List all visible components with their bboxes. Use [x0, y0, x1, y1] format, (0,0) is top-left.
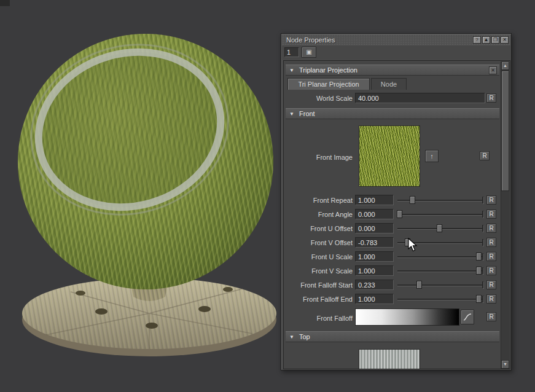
param-input[interactable] [355, 209, 394, 219]
node-title: Triplanar Projection [299, 66, 357, 74]
param-label: Front U Scale [286, 251, 353, 262]
slider-handle[interactable] [410, 196, 415, 204]
param-label: Front V Offset [286, 237, 353, 248]
reset-button[interactable]: R [486, 238, 496, 247]
slider-handle[interactable] [397, 210, 402, 218]
front-image-reset-button[interactable]: R [480, 151, 490, 160]
reset-button[interactable]: R [486, 294, 496, 304]
world-scale-label: World Scale [286, 93, 353, 104]
reset-button[interactable]: R [486, 252, 496, 261]
param-label: Front V Scale [286, 265, 353, 276]
param-label: Front Repeat [286, 195, 353, 206]
slider[interactable] [397, 210, 483, 219]
collapse-arrow-icon[interactable]: ▼ [289, 68, 295, 73]
slider-handle[interactable] [437, 224, 442, 232]
reset-button[interactable]: R [486, 224, 496, 233]
slider-handle[interactable] [405, 238, 410, 246]
param-input[interactable] [355, 251, 394, 262]
node-properties-window: Node Properties ? ▲ ❐ ✕ ▣ ▼ Triplanar Pr… [281, 33, 512, 370]
slider[interactable] [397, 195, 483, 205]
reset-button[interactable]: R [486, 195, 496, 205]
top-image-thumbnail[interactable] [359, 349, 420, 369]
param-input[interactable] [355, 223, 394, 233]
param-label: Front Angle [286, 209, 353, 220]
window-corner-artifact [0, 0, 10, 6]
front-image-thumbnail[interactable] [359, 125, 420, 187]
load-arrow-icon: ↑ [430, 152, 434, 160]
front-section-title: Front [299, 110, 315, 117]
slider[interactable] [397, 280, 483, 289]
front-section-header[interactable]: ▼ Front [286, 108, 499, 119]
curve-icon [463, 313, 472, 321]
slider[interactable] [397, 224, 483, 233]
app-viewport: Node Properties ? ▲ ❐ ✕ ▣ ▼ Triplanar Pr… [0, 0, 535, 392]
index-field[interactable] [284, 47, 299, 57]
slider[interactable] [397, 238, 483, 247]
slider-handle[interactable] [476, 267, 482, 275]
collapse-arrow-icon[interactable]: ▼ [289, 111, 295, 117]
tab-node[interactable]: Node [371, 78, 407, 90]
world-scale-input[interactable] [355, 93, 485, 103]
top-section-title: Top [299, 333, 310, 340]
front-falloff-label: Front Falloff [286, 313, 353, 324]
window-toolbar: ▣ [282, 45, 510, 60]
material-preview-render [9, 9, 292, 378]
slider[interactable] [397, 294, 483, 304]
param-input[interactable] [355, 237, 394, 248]
collapse-arrow-icon[interactable]: ▼ [289, 334, 295, 340]
param-input[interactable] [355, 294, 394, 304]
node-section-header[interactable]: ▼ Triplanar Projection ✕ [286, 65, 499, 76]
slider[interactable] [397, 266, 483, 275]
falloff-gradient-strip[interactable] [355, 308, 459, 326]
node-close-icon[interactable]: ✕ [489, 66, 497, 74]
reset-button[interactable]: R [486, 210, 496, 219]
param-input[interactable] [355, 280, 394, 290]
param-input[interactable] [355, 265, 394, 276]
param-input[interactable] [355, 195, 394, 205]
slider-handle[interactable] [476, 295, 482, 303]
scroll-down-icon[interactable]: ▼ [501, 360, 509, 369]
reset-button[interactable]: R [486, 266, 496, 275]
close-icon[interactable]: ✕ [501, 36, 509, 44]
world-scale-reset-button[interactable]: R [486, 93, 496, 103]
properties-scroll-panel: ▼ Triplanar Projection ✕ Tri Planar Proj… [283, 60, 510, 369]
help-icon[interactable]: ? [473, 36, 481, 44]
front-falloff-reset-button[interactable]: R [486, 312, 496, 321]
window-title: Node Properties [284, 36, 472, 44]
scroll-up-icon[interactable]: ▲ [501, 61, 509, 70]
window-titlebar[interactable]: Node Properties ? ▲ ❐ ✕ [282, 34, 510, 45]
front-image-label: Front Image [286, 152, 353, 163]
param-label: Front U Offset [286, 223, 353, 234]
edit-curve-button[interactable] [461, 310, 474, 324]
maximize-icon[interactable]: ▲ [482, 36, 490, 44]
scrollbar-thumb[interactable] [501, 71, 509, 191]
top-section-header[interactable]: ▼ Top [286, 331, 499, 342]
param-label: Front Falloff Start [286, 280, 353, 291]
slider[interactable] [397, 252, 483, 261]
load-image-button[interactable]: ↑ [425, 150, 439, 162]
slider-handle[interactable] [476, 253, 482, 261]
vertical-scrollbar[interactable]: ▲ ▼ [501, 61, 509, 369]
form-tool-icon[interactable]: ▣ [302, 47, 316, 58]
reset-button[interactable]: R [486, 280, 496, 289]
restore-icon[interactable]: ❐ [491, 36, 499, 44]
slider-handle[interactable] [416, 281, 422, 289]
tab-tri-planar-projection[interactable]: Tri Planar Projection [287, 78, 370, 90]
param-label: Front Falloff End [286, 294, 353, 305]
